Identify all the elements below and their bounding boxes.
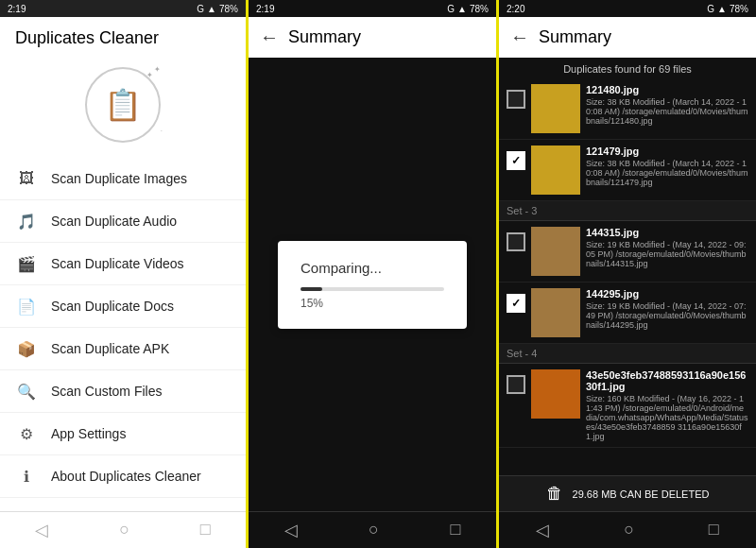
list-item: 121480.jpgSize: 38 KB Modified - (March … <box>499 78 756 140</box>
bottom-nav-panel2: ◁ ○ □ <box>249 511 496 548</box>
menu-label-about: About Duplicates Cleaner <box>51 469 201 484</box>
file-meta-1-0: Size: 19 KB Modified - (May 14, 2022 - 0… <box>586 240 748 268</box>
file-thumb-1-0 <box>531 227 580 276</box>
app-logo: 📋 ✦ ✦ · <box>85 67 161 143</box>
menu-item-scan-docs[interactable]: 📄 Scan Duplicate Docs <box>0 285 246 328</box>
nav-back-panel2[interactable]: ◁ <box>284 520 298 540</box>
file-checkbox-1-1[interactable] <box>507 294 525 313</box>
file-name-2-0: 43e50e3feb37488593116a90e15630f1.jpg <box>586 369 748 392</box>
main-menu-panel: 2:19 G ▲ 78% Duplicates Cleaner 📋 ✦ ✦ · … <box>0 0 249 548</box>
menu-label-scan-videos: Scan Duplicate Videos <box>51 256 184 271</box>
file-meta-0-0: Size: 38 KB Modified - (March 14, 2022 -… <box>586 97 748 126</box>
menu-item-scan-videos[interactable]: 🎬 Scan Duplicate Videos <box>0 243 246 285</box>
file-meta-1-1: Size: 19 KB Modified - (May 14, 2022 - 0… <box>586 301 748 330</box>
menu-icon-scan-docs: 📄 <box>15 295 38 317</box>
menu-label-scan-apk: Scan Duplicate APK <box>51 341 169 356</box>
menu-icon-scan-custom: 🔍 <box>15 380 38 402</box>
file-thumb-2-0 <box>531 369 580 419</box>
list-item: 121479.jpgSize: 38 KB Modified - (March … <box>499 140 756 201</box>
file-checkbox-1-0[interactable] <box>507 232 525 251</box>
app-header: Duplicates Cleaner <box>0 17 246 56</box>
comparing-content: Comparing... 15% <box>249 58 496 511</box>
status-bar-panel1: 2:19 G ▲ 78% <box>0 0 246 17</box>
menu-item-scan-custom[interactable]: 🔍 Scan Custom Files <box>0 370 246 413</box>
file-details-1-0: 144315.jpgSize: 19 KB Modified - (May 14… <box>586 227 748 268</box>
status-bar-panel3: 2:20 G ▲ 78% <box>499 0 756 17</box>
menu-icon-scan-audio: 🎵 <box>15 210 38 232</box>
comparing-text: Comparing... <box>301 260 444 276</box>
menu-icon-scan-images: 🖼 <box>15 167 38 190</box>
list-item: 144295.jpgSize: 19 KB Modified - (May 14… <box>499 283 756 344</box>
nav-back-panel1[interactable]: ◁ <box>35 520 48 540</box>
summary-panel: 2:20 G ▲ 78% ← Summary Duplicates found … <box>499 0 756 548</box>
nav-home-panel3[interactable]: ○ <box>624 520 634 540</box>
app-logo-container: 📋 ✦ ✦ · <box>0 56 246 158</box>
menu-icon-about: ℹ <box>15 465 38 488</box>
menu-item-app-settings[interactable]: ⚙ App Settings <box>0 413 246 455</box>
menu-list: 🖼 Scan Duplicate Images 🎵 Scan Duplicate… <box>0 158 246 498</box>
menu-item-scan-apk[interactable]: 📦 Scan Duplicate APK <box>0 328 246 370</box>
summary-list: 121480.jpgSize: 38 KB Modified - (March … <box>499 78 756 475</box>
panel2-title: Summary <box>288 27 361 47</box>
menu-label-scan-docs: Scan Duplicate Docs <box>51 299 174 314</box>
bottom-nav-panel1: ◁ ○ □ <box>0 511 246 548</box>
nav-home-panel1[interactable]: ○ <box>119 520 129 540</box>
file-thumb-0-0 <box>531 84 580 133</box>
panel3-title: Summary <box>539 27 611 47</box>
panel3-header: ← Summary <box>499 17 756 58</box>
file-details-1-1: 144295.jpgSize: 19 KB Modified - (May 14… <box>586 288 748 330</box>
duplicates-count-info: Duplicates found for 69 files <box>499 58 756 78</box>
file-meta-2-0: Size: 160 KB Modified - (May 16, 2022 - … <box>586 394 748 441</box>
menu-icon-scan-apk: 📦 <box>15 337 38 360</box>
progress-bar-fill <box>301 287 322 291</box>
menu-icon-scan-videos: 🎬 <box>15 252 38 275</box>
nav-back-panel3[interactable]: ◁ <box>536 520 549 540</box>
app-title: Duplicates Cleaner <box>15 28 231 48</box>
file-details-0-1: 121479.jpgSize: 38 KB Modified - (March … <box>586 146 748 187</box>
menu-label-scan-images: Scan Duplicate Images <box>51 171 187 186</box>
time-panel3: 2:20 <box>507 4 524 14</box>
file-checkbox-2-0[interactable] <box>507 375 525 394</box>
menu-icon-app-settings: ⚙ <box>15 422 38 445</box>
file-details-2-0: 43e50e3feb37488593116a90e15630f1.jpgSize… <box>586 369 748 441</box>
menu-label-app-settings: App Settings <box>51 426 126 441</box>
nav-recents-panel1[interactable]: □ <box>200 520 211 540</box>
progress-bar-bg <box>301 287 444 291</box>
delete-bar[interactable]: 🗑 29.68 MB CAN BE DELETED <box>499 475 756 511</box>
file-name-0-1: 121479.jpg <box>586 146 748 157</box>
bottom-nav-panel3: ◁ ○ □ <box>499 511 756 548</box>
file-checkbox-0-1[interactable] <box>507 151 525 170</box>
panel2-header: ← Summary <box>249 17 496 58</box>
time-panel2: 2:19 <box>256 4 274 14</box>
back-button-panel2[interactable]: ← <box>260 26 279 48</box>
menu-item-scan-images[interactable]: 🖼 Scan Duplicate Images <box>0 158 246 200</box>
set-label-1: Set - 3 <box>499 201 756 221</box>
file-checkbox-0-0[interactable] <box>507 90 525 109</box>
menu-label-scan-audio: Scan Duplicate Audio <box>51 214 177 229</box>
status-bar-panel2: 2:19 G ▲ 78% <box>249 0 496 17</box>
comparing-card: Comparing... 15% <box>278 241 467 329</box>
sparkle-br: · <box>161 127 163 135</box>
nav-home-panel2[interactable]: ○ <box>369 520 379 540</box>
delete-icon[interactable]: 🗑 <box>546 484 563 504</box>
file-name-1-0: 144315.jpg <box>586 227 748 238</box>
menu-label-scan-custom: Scan Custom Files <box>51 384 162 399</box>
file-meta-0-1: Size: 38 KB Modified - (March 14, 2022 -… <box>586 159 748 187</box>
file-name-0-0: 121480.jpg <box>586 84 748 95</box>
file-thumb-1-1 <box>531 288 580 337</box>
file-name-1-1: 144295.jpg <box>586 288 748 300</box>
sparkle-tr: ✦ <box>154 65 161 74</box>
sparkle-tl: ✦ <box>146 71 153 79</box>
back-button-panel3[interactable]: ← <box>510 26 529 48</box>
file-details-0-0: 121480.jpgSize: 38 KB Modified - (March … <box>586 84 748 126</box>
comparing-panel: 2:19 G ▲ 78% ← Summary Comparing... 15% … <box>249 0 499 548</box>
file-thumb-0-1 <box>531 146 580 195</box>
progress-label: 15% <box>301 297 444 310</box>
list-item: 144315.jpgSize: 19 KB Modified - (May 14… <box>499 221 756 283</box>
delete-label: 29.68 MB CAN BE DELETED <box>573 488 710 500</box>
menu-item-scan-audio[interactable]: 🎵 Scan Duplicate Audio <box>0 200 246 243</box>
nav-recents-panel3[interactable]: □ <box>709 520 719 540</box>
time-panel1: 2:19 <box>8 4 26 14</box>
nav-recents-panel2[interactable]: □ <box>450 520 460 540</box>
menu-item-about[interactable]: ℹ About Duplicates Cleaner <box>0 455 246 498</box>
